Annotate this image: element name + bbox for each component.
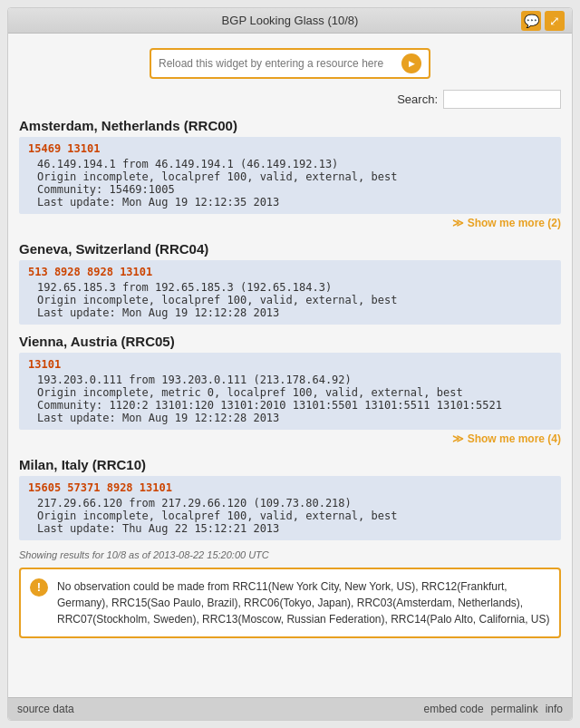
- window-title: BGP Looking Glass (10/8): [222, 14, 359, 27]
- route-line: Last update: Mon Aug 19 12:12:28 2013: [37, 306, 552, 319]
- search-input[interactable]: [443, 90, 561, 109]
- title-bar: BGP Looking Glass (10/8) 💬 ⤢: [8, 8, 572, 34]
- as-numbers-rrc10: 15605 57371 8928 13101: [28, 481, 552, 494]
- section-body-rrc04: 513 8928 8928 13101192.65.185.3 from 192…: [19, 260, 561, 325]
- warning-text: No observation could be made from RRC11(…: [57, 580, 550, 626]
- resource-submit-button[interactable]: [401, 53, 421, 73]
- as-numbers-rrc00: 15469 13101: [28, 142, 552, 155]
- route-line: Origin incomplete, localpref 100, valid,…: [37, 294, 552, 306]
- show-more-rrc00[interactable]: Show me more (2): [19, 214, 561, 232]
- title-bar-icons: 💬 ⤢: [521, 11, 565, 31]
- warning-icon: !: [30, 578, 48, 597]
- route-line: 192.65.185.3 from 192.65.185.3 (192.65.1…: [37, 281, 552, 294]
- route-line: Community: 15469:1005: [37, 183, 552, 196]
- section-header-rrc04: Geneva, Switzerland (RRC04): [19, 241, 561, 257]
- route-line: Origin incomplete, localpref 100, valid,…: [37, 170, 552, 183]
- results-info: Showing results for 10/8 as of 2013-08-2…: [19, 549, 561, 560]
- section-header-rrc00: Amsterdam, Netherlands (RRC00): [19, 118, 561, 133]
- route-line: 46.149.194.1 from 46.149.194.1 (46.149.1…: [37, 158, 552, 170]
- section-rrc00: Amsterdam, Netherlands (RRC00)15469 1310…: [19, 118, 561, 232]
- as-numbers-rrc05: 13101: [28, 358, 552, 371]
- permalink-link[interactable]: permalink: [491, 703, 538, 715]
- info-link[interactable]: info: [546, 703, 563, 715]
- main-content: Search: Amsterdam, Netherlands (RRC00)15…: [8, 34, 572, 697]
- section-header-rrc05: Vienna, Austria (RRC05): [19, 334, 561, 349]
- section-body-rrc00: 15469 1310146.149.194.1 from 46.149.194.…: [19, 137, 561, 214]
- section-rrc05: Vienna, Austria (RRC05)13101193.203.0.11…: [19, 334, 561, 448]
- sections-container: Amsterdam, Netherlands (RRC00)15469 1310…: [19, 118, 561, 540]
- search-label: Search:: [397, 92, 438, 106]
- section-body-rrc05: 13101193.203.0.111 from 193.203.0.111 (2…: [19, 353, 561, 430]
- source-data-link[interactable]: source data: [17, 703, 74, 715]
- resource-input[interactable]: [159, 57, 396, 70]
- section-body-rrc10: 15605 57371 8928 13101217.29.66.120 from…: [19, 476, 561, 540]
- section-header-rrc10: Milan, Italy (RRC10): [19, 457, 561, 472]
- expand-icon[interactable]: ⤢: [545, 11, 565, 31]
- resource-input-wrapper: [150, 48, 430, 79]
- search-bar: Search:: [19, 90, 561, 109]
- section-rrc04: Geneva, Switzerland (RRC04)513 8928 8928…: [19, 241, 561, 325]
- warning-box: ! No observation could be made from RRC1…: [19, 568, 561, 638]
- route-line: Origin incomplete, localpref 100, valid,…: [37, 510, 552, 522]
- route-line: Last update: Thu Aug 22 15:12:21 2013: [37, 522, 552, 535]
- bottom-right-links: embed code permalink info: [424, 703, 563, 715]
- route-line: 193.203.0.111 from 193.203.0.111 (213.17…: [37, 374, 552, 386]
- route-line: 217.29.66.120 from 217.29.66.120 (109.73…: [37, 497, 552, 510]
- comment-icon[interactable]: 💬: [521, 11, 541, 31]
- main-window: BGP Looking Glass (10/8) 💬 ⤢ Search: Ams…: [7, 7, 573, 721]
- route-line: Last update: Mon Aug 19 12:12:35 2013: [37, 196, 552, 209]
- route-line: Community: 1120:2 13101:120 13101:2010 1…: [37, 399, 552, 412]
- bottom-bar: source data embed code permalink info: [8, 697, 572, 720]
- show-more-rrc05[interactable]: Show me more (4): [19, 430, 561, 448]
- route-line: Last update: Mon Aug 19 12:12:28 2013: [37, 412, 552, 424]
- as-numbers-rrc04: 513 8928 8928 13101: [28, 266, 552, 278]
- resource-bar: [19, 48, 561, 79]
- route-line: Origin incomplete, metric 0, localpref 1…: [37, 386, 552, 399]
- embed-code-link[interactable]: embed code: [424, 703, 484, 715]
- section-rrc10: Milan, Italy (RRC10)15605 57371 8928 131…: [19, 457, 561, 540]
